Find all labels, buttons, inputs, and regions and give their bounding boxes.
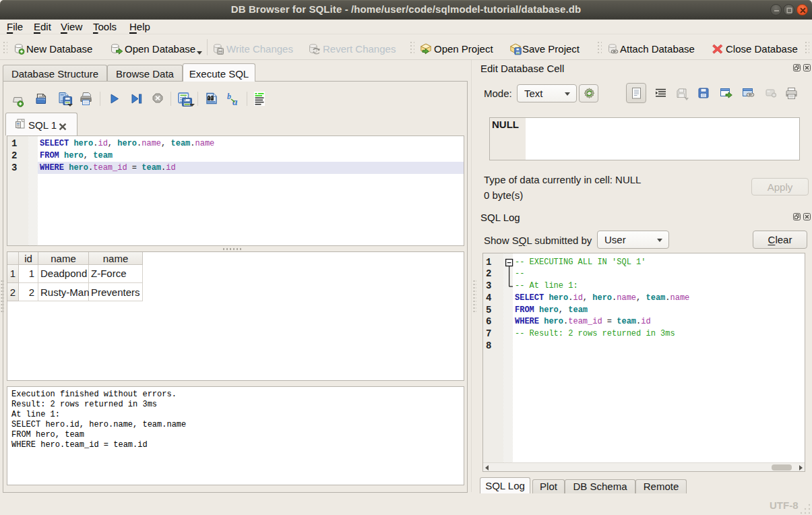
svg-text:b: b	[227, 92, 231, 101]
